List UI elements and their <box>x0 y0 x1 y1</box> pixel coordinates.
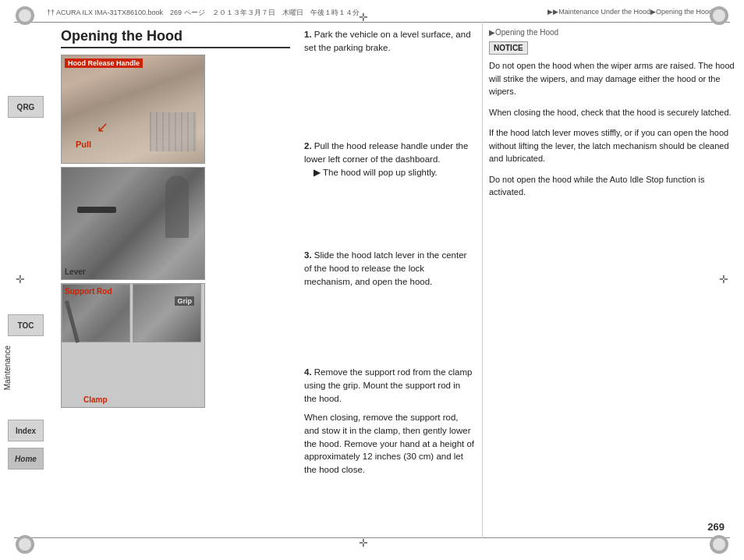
step-4: 4. Remove the support rod from the clamp… <box>304 366 474 405</box>
main-content: Opening the Hood Hood Release Handle ↙ P… <box>53 22 744 538</box>
sidebar-item-home[interactable]: Home <box>8 448 44 470</box>
image-hood-latch-bg <box>62 168 204 279</box>
step-2: 2. Pull the hood release handle under th… <box>304 140 474 179</box>
pull-arrow-icon: ↙ <box>97 119 108 136</box>
step-3: 3. Slide the hood latch lever in the cen… <box>304 249 474 288</box>
left-column: Opening the Hood Hood Release Handle ↙ P… <box>53 22 295 538</box>
label-support-rod: Support Rod <box>65 287 112 296</box>
notice-text-2: When closing the hood, check that the ho… <box>489 106 736 119</box>
step-2-number: 2. <box>304 141 312 151</box>
notice-text-1: Do not open the hood when the wiper arms… <box>489 59 736 98</box>
crosshair-bottom: ✛ <box>359 537 368 549</box>
breadcrumb: ▶▶Maintenance Under the Hood▶Opening the… <box>547 8 713 16</box>
step-1-number: 1. <box>304 30 312 39</box>
sidebar: QRG TOC Maintenance Index Home <box>0 22 53 538</box>
right-column: ▶Opening the Hood NOTICE Do not open the… <box>482 22 744 538</box>
image-hood-latch: Lever <box>61 167 205 280</box>
image-support-rod: Grip Support Rod Clamp <box>61 283 205 408</box>
middle-column: 1. Park the vehicle on a level surface, … <box>295 22 482 538</box>
label-lever: Lever <box>65 268 86 276</box>
closing-text: When closing, remove the support rod, an… <box>304 411 474 476</box>
page-number: 269 <box>707 521 725 533</box>
notice-label: NOTICE <box>489 41 528 55</box>
sidebar-item-maintenance[interactable]: Maintenance <box>3 346 12 390</box>
page-title: Opening the Hood <box>61 28 290 48</box>
step-2-sub: ▶ The hood will pop up slightly. <box>314 166 474 179</box>
sidebar-item-qrg[interactable]: QRG <box>8 96 44 118</box>
label-hood-release-handle: Hood Release Handle <box>65 58 143 68</box>
step-1: 1. Park the vehicle on a level surface, … <box>304 28 474 54</box>
step-4-number: 4. <box>304 367 312 377</box>
step-3-text: Slide the hood latch lever in the center… <box>304 250 466 285</box>
label-pull: Pull <box>76 140 91 149</box>
file-info: †† ACURA ILX IMA-31TX86100.book 269 ページ … <box>47 8 360 18</box>
sidebar-item-toc[interactable]: TOC <box>8 314 44 336</box>
step-4-text: Remove the support rod from the clamp us… <box>304 367 472 402</box>
step-3-number: 3. <box>304 250 312 260</box>
step-2-text: Pull the hood release handle under the l… <box>304 141 468 164</box>
sidebar-item-index[interactable]: Index <box>8 420 44 441</box>
closing-text-content: When closing, remove the support rod, an… <box>304 413 474 474</box>
notice-text-4: Do not open the hood while the Auto Idle… <box>489 173 736 199</box>
right-section-icon: ▶Opening the Hood <box>489 28 558 37</box>
step-1-text: Park the vehicle on a level surface, and… <box>304 30 471 52</box>
label-clamp: Clamp <box>83 395 108 404</box>
label-grip-badge: Grip <box>175 296 194 306</box>
image-hood-release: Hood Release Handle ↙ Pull <box>61 55 205 164</box>
steps-section: 1. Park the vehicle on a level surface, … <box>304 28 474 483</box>
right-section-header: ▶Opening the Hood <box>489 28 736 37</box>
notice-text-3: If the hood latch lever moves stiffly, o… <box>489 126 736 165</box>
